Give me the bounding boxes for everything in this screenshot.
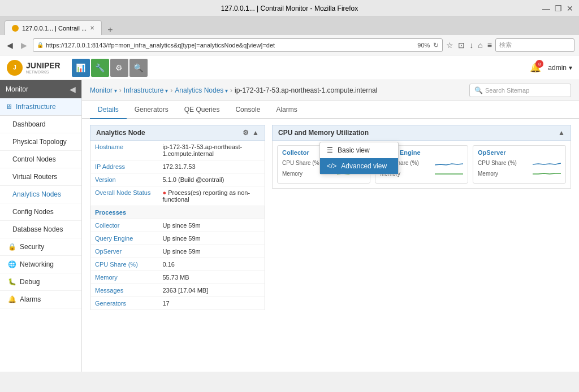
- view-dropdown-menu: ☰ Basic view </> Advanced view: [319, 142, 399, 175]
- hostname-value: ip-172-31-7-53.ap-northeast-1.compute.in…: [158, 141, 265, 160]
- reload-button[interactable]: ↻: [433, 41, 439, 49]
- dropdown-advanced-view[interactable]: </> Advanced view: [320, 158, 398, 174]
- search-icon-btn[interactable]: 🔍: [129, 59, 148, 77]
- bookmark-icon[interactable]: ☆: [446, 41, 453, 50]
- sidebar-item-virtual-routers[interactable]: Virtual Routers: [0, 168, 81, 186]
- opserver-memory-row: Memory: [478, 169, 561, 178]
- table-row: CPU Share (%) 0.16: [90, 258, 265, 271]
- logo-subtitle: NETWORKS: [26, 70, 61, 74]
- sidebar-collapse-button[interactable]: ◀: [70, 85, 76, 94]
- security-label: Security: [20, 243, 44, 251]
- tab-details[interactable]: Details: [90, 101, 127, 119]
- page-tabs: Details Generators QE Queries Console Al…: [82, 101, 579, 119]
- admin-label: admin: [548, 64, 567, 72]
- table-row: OpServer Up since 59m: [90, 245, 265, 258]
- table-row: Memory 55.73 MB: [90, 271, 265, 284]
- monitor-icon-btn[interactable]: 📊: [72, 59, 90, 77]
- cpu-panel-title: CPU and Memory Utilization: [278, 129, 369, 137]
- query-engine-label: Query Engine: [90, 232, 158, 245]
- analytics-node-panel-header: Analytics Node ⚙ ▲: [90, 125, 265, 141]
- detail-table: Hostname ip-172-31-7-53.ap-northeast-1.c…: [90, 141, 265, 310]
- browser-toolbar-icons: ☆ ⊡ ↓ ⌂ ≡: [446, 41, 492, 50]
- sidebar-item-dashboard[interactable]: Dashboard: [0, 116, 81, 133]
- sidebar-item-control-nodes[interactable]: Control Nodes: [0, 151, 81, 168]
- browser-tab[interactable]: 127.0.0.1... | Contrail ... ✕: [5, 20, 102, 35]
- sidebar-item-alarms[interactable]: 🔔 Alarms: [0, 291, 81, 308]
- cpu-panel: CPU and Memory Utilization ▲ Collector C…: [272, 125, 571, 310]
- cpu-panel-collapse-icon[interactable]: ▲: [558, 129, 565, 137]
- maximize-button[interactable]: ❐: [555, 4, 562, 13]
- sidebar-item-analytics-nodes[interactable]: Analytics Nodes: [0, 186, 81, 203]
- sidebar-item-config-nodes[interactable]: Config Nodes: [0, 203, 81, 221]
- collector-value: Up since 59m: [158, 219, 265, 232]
- sidebar-header: Monitor ◀: [0, 80, 81, 98]
- opserver-memory-sparkline: [533, 169, 561, 178]
- ip-value: 172.31.7.53: [158, 160, 265, 173]
- tab-console[interactable]: Console: [227, 101, 268, 119]
- alarms-icon: 🔔: [8, 295, 16, 303]
- opserver-label: OpServer: [90, 245, 158, 258]
- breadcrumb-analytics-nodes[interactable]: Analytics Nodes: [175, 86, 228, 94]
- minimize-button[interactable]: —: [542, 4, 550, 13]
- home-icon[interactable]: ⌂: [478, 41, 482, 50]
- qe-memory-sparkline: [435, 169, 463, 178]
- admin-menu-button[interactable]: admin ▾: [548, 64, 572, 72]
- breadcrumb-search-text: Search Sitemap: [485, 87, 529, 94]
- menu-icon[interactable]: ≡: [487, 41, 492, 50]
- browser-search-box[interactable]: 検索: [495, 38, 574, 52]
- table-row: Query Engine Up since 59m: [90, 232, 265, 245]
- breadcrumb-infrastructure[interactable]: Infrastructure: [124, 86, 168, 94]
- breadcrumb-sep-2: ›: [170, 86, 172, 94]
- status-label: Overall Node Status: [90, 186, 158, 206]
- tab-generators[interactable]: Generators: [127, 101, 176, 119]
- details-container: Analytics Node ⚙ ▲ Hostname ip-172-31-7-…: [82, 119, 579, 316]
- sidebar-item-database-nodes[interactable]: Database Nodes: [0, 221, 81, 238]
- debug-icon: 🐛: [8, 278, 16, 286]
- forward-button[interactable]: ▶: [19, 40, 29, 51]
- sidebar-title: Monitor: [6, 85, 28, 93]
- basic-view-label: Basic view: [338, 146, 370, 154]
- settings-icon-btn[interactable]: ⚙: [110, 59, 128, 77]
- dashboard-label: Dashboard: [12, 120, 46, 128]
- logo-name: JUNIPER: [26, 61, 61, 70]
- logo-mark: J: [13, 64, 16, 71]
- panel-gear-icon[interactable]: ⚙: [243, 129, 249, 137]
- alarms-label: Alarms: [20, 295, 41, 303]
- sidebar-item-security[interactable]: 🔒 Security: [0, 238, 81, 256]
- qe-cpu-sparkline: [435, 158, 463, 167]
- panel-collapse-icon[interactable]: ▲: [252, 129, 259, 137]
- opserver-cpu-row: CPU Share (%): [478, 158, 561, 167]
- screenshot-icon[interactable]: ⊡: [458, 41, 465, 50]
- hostname-label: Hostname: [90, 141, 158, 160]
- bell-notification[interactable]: 🔔 8: [530, 62, 541, 73]
- address-box[interactable]: 🔒 https://127.0.0.1:8143/#p=mon_infra_an…: [33, 38, 443, 52]
- admin-chevron-icon: ▾: [569, 64, 572, 72]
- sidebar-item-networking[interactable]: 🌐 Networking: [0, 256, 81, 273]
- list-icon: ☰: [327, 146, 333, 154]
- tab-alarms[interactable]: Alarms: [268, 101, 305, 119]
- database-nodes-label: Database Nodes: [12, 225, 63, 233]
- code-icon: </>: [327, 162, 336, 170]
- breadcrumb-search[interactable]: 🔍 Search Sitemap: [469, 84, 571, 97]
- processes-header-row: Processes: [90, 206, 265, 219]
- close-button[interactable]: ✕: [567, 4, 573, 13]
- breadcrumb-monitor[interactable]: Monitor: [90, 86, 117, 94]
- sidebar-item-infrastructure[interactable]: 🖥 Infrastructure: [0, 98, 81, 116]
- tab-qe-queries[interactable]: QE Queries: [176, 101, 228, 119]
- header-right: 🔔 8 admin ▾: [530, 62, 572, 73]
- sidebar-item-physical-topology[interactable]: Physical Topology: [0, 133, 81, 151]
- opserver-cpu-label: CPU Share (%): [478, 160, 517, 166]
- monitor-sidebar-icon: 🖥: [6, 103, 12, 111]
- back-button[interactable]: ◀: [5, 40, 15, 51]
- download-icon[interactable]: ↓: [469, 41, 473, 50]
- dropdown-basic-view[interactable]: ☰ Basic view: [320, 142, 398, 158]
- breadcrumb: Monitor › Infrastructure › Analytics Nod…: [82, 80, 579, 101]
- version-value: 5.1.0 (Build @contrail): [158, 173, 265, 186]
- new-tab-button[interactable]: +: [104, 25, 116, 35]
- tab-close-button[interactable]: ✕: [90, 25, 94, 31]
- config-icon-btn[interactable]: 🔧: [91, 59, 109, 77]
- sidebar-item-debug[interactable]: 🐛 Debug: [0, 273, 81, 291]
- sidebar: Monitor ◀ 🖥 Infrastructure Dashboard Phy…: [0, 80, 82, 372]
- networking-icon: 🌐: [8, 260, 16, 268]
- security-icon: 🔒: [8, 243, 16, 251]
